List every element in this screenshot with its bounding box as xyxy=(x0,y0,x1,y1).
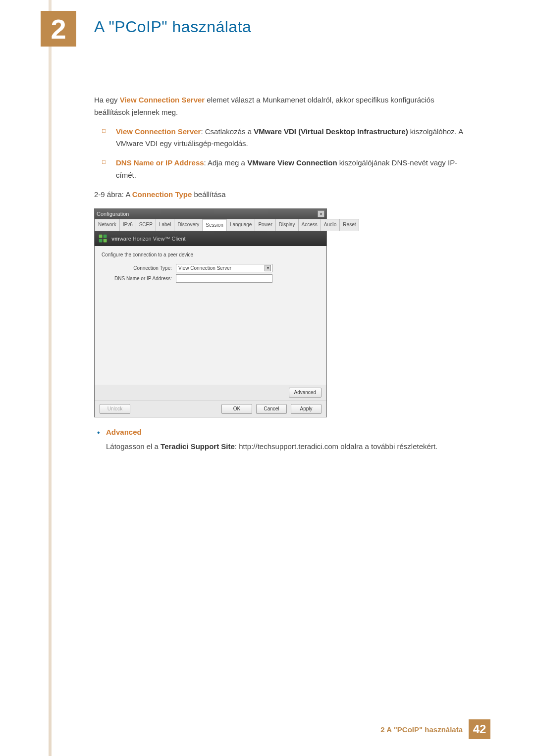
tab-power[interactable]: Power xyxy=(255,219,275,231)
tab-audio[interactable]: Audio xyxy=(321,219,340,231)
footer-label: 2 A "PCoIP" használata xyxy=(380,725,463,734)
list-item: View Connection Server: Csatlakozás a VM… xyxy=(102,126,471,151)
tab-ipv6[interactable]: IPv6 xyxy=(119,219,136,231)
svg-rect-3 xyxy=(104,239,107,243)
cancel-button[interactable]: Cancel xyxy=(256,404,287,414)
tab-discovery[interactable]: Discovery xyxy=(174,219,203,231)
select-value: View Connection Server xyxy=(178,264,231,273)
list-item: DNS Name or IP Address: Adja meg a VMwar… xyxy=(102,157,471,182)
dialog-body: Configure the connection to a peer devic… xyxy=(95,246,326,385)
advanced-text: Látogasson el a Teradici Support Site: h… xyxy=(106,441,471,453)
document-page: 2 A "PCoIP" használata Ha egy View Conne… xyxy=(0,0,535,756)
unlock-button[interactable]: Unlock xyxy=(100,404,130,414)
chapter-number-box: 2 xyxy=(41,11,76,47)
tab-display[interactable]: Display xyxy=(275,219,299,231)
caption-strong: Connection Type xyxy=(132,190,192,199)
text: : http://techsupport.teradici.com oldalr… xyxy=(235,442,437,451)
footer-right: OK Cancel Apply xyxy=(221,404,321,414)
chapter-number: 2 xyxy=(51,13,66,45)
tab-scep[interactable]: SCEP xyxy=(136,219,156,231)
svg-rect-2 xyxy=(99,239,103,243)
tab-access[interactable]: Access xyxy=(298,219,321,231)
term: View Connection Server xyxy=(116,127,201,136)
text: Látogasson el a xyxy=(106,442,160,451)
row-connection-type: Connection Type: View Connection Server … xyxy=(102,264,320,272)
vmware-banner: vmware Horizon View™ Client xyxy=(95,231,326,246)
tab-reset[interactable]: Reset xyxy=(339,219,359,231)
tab-language[interactable]: Language xyxy=(226,219,256,231)
bold-term: Teradici Support Site xyxy=(160,442,235,451)
term: DNS Name or IP Address xyxy=(116,158,204,167)
tab-label[interactable]: Label xyxy=(156,219,174,231)
advanced-heading: Advanced xyxy=(106,426,471,439)
vmware-icon xyxy=(99,234,107,243)
intro-strong: View Connection Server xyxy=(120,96,205,104)
instruction-text: Configure the connection to a peer devic… xyxy=(102,251,320,259)
configuration-dialog: Configuration × Network IPv6 SCEP Label … xyxy=(94,208,327,417)
intro-pre: Ha egy xyxy=(94,96,120,104)
svg-rect-1 xyxy=(104,235,107,238)
page-number: 42 xyxy=(469,719,490,739)
row-dns: DNS Name or IP Address: xyxy=(102,274,320,283)
chevron-down-icon: ▾ xyxy=(265,265,271,271)
banner-rest: ware Horizon View™ Client xyxy=(119,236,186,242)
content-area: Ha egy View Connection Server elemet vál… xyxy=(94,94,471,453)
text: : Csatlakozás a xyxy=(201,127,254,136)
list-item: Advanced Látogasson el a Teradici Suppor… xyxy=(94,426,471,453)
text: : Adja meg a xyxy=(204,158,248,167)
tab-session[interactable]: Session xyxy=(202,219,227,231)
dialog-footer: Unlock OK Cancel Apply xyxy=(95,401,326,417)
dns-input[interactable] xyxy=(176,274,272,283)
definition-list: View Connection Server: Csatlakozás a VM… xyxy=(102,126,471,182)
figure-caption: 2-9 ábra: A Connection Type beállítása xyxy=(94,189,471,201)
page-footer: 2 A "PCoIP" használata 42 xyxy=(380,719,490,739)
connection-type-select[interactable]: View Connection Server ▾ xyxy=(176,264,272,272)
page-title: A "PCoIP" használata xyxy=(94,18,251,36)
dialog-titlebar: Configuration × xyxy=(95,209,326,219)
dns-label: DNS Name or IP Address: xyxy=(102,275,176,283)
apply-button[interactable]: Apply xyxy=(291,404,321,414)
bold-term: VMware VDI (Virtual Desktop Infrastructu… xyxy=(254,127,408,136)
svg-rect-0 xyxy=(99,235,103,238)
advanced-section: Advanced Látogasson el a Teradici Suppor… xyxy=(94,426,471,453)
advanced-button[interactable]: Advanced xyxy=(289,388,321,398)
tab-strip: Network IPv6 SCEP Label Discovery Sessio… xyxy=(95,219,326,231)
banner-text: vmware Horizon View™ Client xyxy=(111,234,186,243)
dialog-title: Configuration xyxy=(97,209,129,218)
close-icon[interactable]: × xyxy=(318,210,324,217)
caption-pre: 2-9 ábra: A xyxy=(94,190,132,199)
tab-network[interactable]: Network xyxy=(95,219,120,231)
advanced-row: Advanced xyxy=(95,385,326,401)
intro-paragraph: Ha egy View Connection Server elemet vál… xyxy=(94,94,471,119)
ok-button[interactable]: OK xyxy=(221,404,252,414)
caption-post: beállítása xyxy=(192,190,225,199)
side-stripe xyxy=(49,0,52,756)
connection-type-label: Connection Type: xyxy=(102,264,176,273)
banner-bold: vm xyxy=(111,236,119,242)
bold-term: VMware View Connection xyxy=(247,158,337,167)
